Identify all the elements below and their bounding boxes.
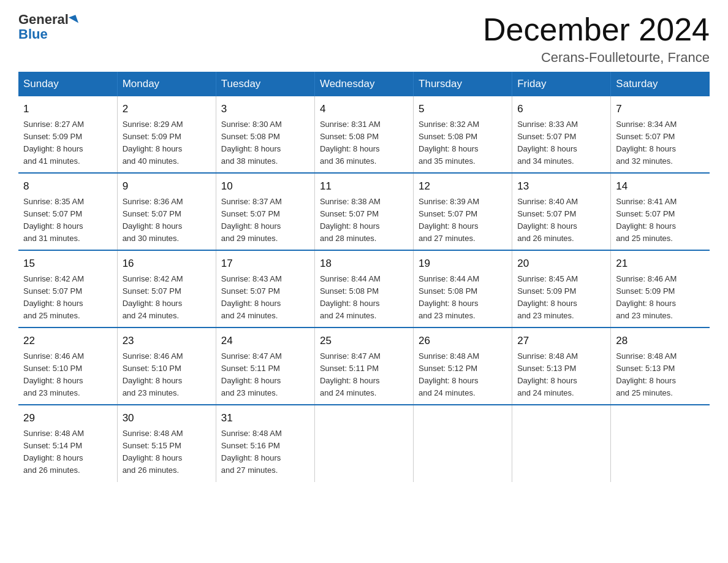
day-info: Sunrise: 8:27 AM Sunset: 5:09 PM Dayligh… [23, 118, 112, 168]
calendar-table: SundayMondayTuesdayWednesdayThursdayFrid… [18, 72, 710, 481]
calendar-cell: 3Sunrise: 8:30 AM Sunset: 5:08 PM Daylig… [216, 96, 314, 173]
day-info: Sunrise: 8:41 AM Sunset: 5:07 PM Dayligh… [616, 196, 705, 245]
day-info: Sunrise: 8:46 AM Sunset: 5:10 PM Dayligh… [23, 350, 112, 400]
logo-triangle-icon [69, 15, 78, 26]
calendar-cell: 10Sunrise: 8:37 AM Sunset: 5:07 PM Dayli… [216, 173, 314, 250]
header-day-thursday: Thursday [414, 72, 512, 96]
day-number: 18 [320, 256, 408, 272]
day-number: 21 [616, 256, 705, 272]
calendar-cell [414, 405, 512, 481]
calendar-cell [314, 405, 413, 481]
day-number: 10 [221, 178, 309, 194]
calendar-cell: 5Sunrise: 8:32 AM Sunset: 5:08 PM Daylig… [414, 96, 512, 173]
day-number: 15 [23, 256, 112, 272]
day-number: 5 [419, 101, 507, 117]
calendar-cell: 27Sunrise: 8:48 AM Sunset: 5:13 PM Dayli… [512, 327, 611, 405]
day-info: Sunrise: 8:47 AM Sunset: 5:11 PM Dayligh… [221, 350, 309, 400]
day-info: Sunrise: 8:48 AM Sunset: 5:13 PM Dayligh… [616, 350, 705, 400]
day-number: 26 [419, 333, 507, 349]
day-number: 24 [221, 333, 309, 349]
day-number: 25 [320, 333, 408, 349]
calendar-cell [512, 405, 611, 481]
day-info: Sunrise: 8:42 AM Sunset: 5:07 PM Dayligh… [23, 273, 112, 323]
calendar-cell: 18Sunrise: 8:44 AM Sunset: 5:08 PM Dayli… [314, 250, 413, 327]
day-info: Sunrise: 8:44 AM Sunset: 5:08 PM Dayligh… [320, 273, 408, 323]
day-info: Sunrise: 8:33 AM Sunset: 5:07 PM Dayligh… [517, 118, 605, 168]
calendar-cell: 30Sunrise: 8:48 AM Sunset: 5:15 PM Dayli… [117, 405, 216, 481]
calendar-cell: 23Sunrise: 8:46 AM Sunset: 5:10 PM Dayli… [117, 327, 216, 405]
header-day-sunday: Sunday [18, 72, 117, 96]
calendar-cell: 21Sunrise: 8:46 AM Sunset: 5:09 PM Dayli… [611, 250, 710, 327]
day-info: Sunrise: 8:38 AM Sunset: 5:07 PM Dayligh… [320, 196, 408, 245]
title-block: December 2024 Cerans-Foulletourte, Franc… [483, 12, 710, 66]
day-info: Sunrise: 8:48 AM Sunset: 5:14 PM Dayligh… [23, 427, 112, 477]
calendar-cell: 4Sunrise: 8:31 AM Sunset: 5:08 PM Daylig… [314, 96, 413, 173]
day-number: 31 [221, 410, 309, 426]
header-day-friday: Friday [512, 72, 611, 96]
day-info: Sunrise: 8:44 AM Sunset: 5:08 PM Dayligh… [419, 273, 507, 323]
calendar-cell: 9Sunrise: 8:36 AM Sunset: 5:07 PM Daylig… [117, 173, 216, 250]
month-title: December 2024 [483, 12, 710, 47]
calendar-cell: 31Sunrise: 8:48 AM Sunset: 5:16 PM Dayli… [216, 405, 314, 481]
calendar-cell: 6Sunrise: 8:33 AM Sunset: 5:07 PM Daylig… [512, 96, 611, 173]
day-info: Sunrise: 8:39 AM Sunset: 5:07 PM Dayligh… [419, 196, 507, 245]
calendar-cell: 24Sunrise: 8:47 AM Sunset: 5:11 PM Dayli… [216, 327, 314, 405]
day-info: Sunrise: 8:32 AM Sunset: 5:08 PM Dayligh… [419, 118, 507, 168]
day-info: Sunrise: 8:35 AM Sunset: 5:07 PM Dayligh… [23, 196, 112, 245]
calendar-cell: 13Sunrise: 8:40 AM Sunset: 5:07 PM Dayli… [512, 173, 611, 250]
calendar-cell: 20Sunrise: 8:45 AM Sunset: 5:09 PM Dayli… [512, 250, 611, 327]
location-label: Cerans-Foulletourte, France [483, 50, 710, 66]
day-number: 1 [23, 101, 112, 117]
header-day-monday: Monday [117, 72, 216, 96]
calendar-cell: 12Sunrise: 8:39 AM Sunset: 5:07 PM Dayli… [414, 173, 512, 250]
week-row-3: 15Sunrise: 8:42 AM Sunset: 5:07 PM Dayli… [18, 250, 710, 327]
day-info: Sunrise: 8:43 AM Sunset: 5:07 PM Dayligh… [221, 273, 309, 323]
day-info: Sunrise: 8:31 AM Sunset: 5:08 PM Dayligh… [320, 118, 408, 168]
page-header: General Blue December 2024 Cerans-Foulle… [18, 12, 710, 66]
calendar-body: 1Sunrise: 8:27 AM Sunset: 5:09 PM Daylig… [18, 96, 710, 481]
day-number: 8 [23, 178, 112, 194]
calendar-cell: 22Sunrise: 8:46 AM Sunset: 5:10 PM Dayli… [18, 327, 117, 405]
day-number: 3 [221, 101, 309, 117]
calendar-cell: 29Sunrise: 8:48 AM Sunset: 5:14 PM Dayli… [18, 405, 117, 481]
calendar-cell: 14Sunrise: 8:41 AM Sunset: 5:07 PM Dayli… [611, 173, 710, 250]
day-number: 22 [23, 333, 112, 349]
day-info: Sunrise: 8:36 AM Sunset: 5:07 PM Dayligh… [123, 196, 211, 245]
calendar-cell: 25Sunrise: 8:47 AM Sunset: 5:11 PM Dayli… [314, 327, 413, 405]
day-number: 27 [517, 333, 605, 349]
day-info: Sunrise: 8:46 AM Sunset: 5:10 PM Dayligh… [123, 350, 211, 400]
calendar-cell [611, 405, 710, 481]
calendar-cell: 28Sunrise: 8:48 AM Sunset: 5:13 PM Dayli… [611, 327, 710, 405]
day-info: Sunrise: 8:48 AM Sunset: 5:13 PM Dayligh… [517, 350, 605, 400]
day-info: Sunrise: 8:30 AM Sunset: 5:08 PM Dayligh… [221, 118, 309, 168]
day-number: 29 [23, 410, 112, 426]
day-number: 28 [616, 333, 705, 349]
day-info: Sunrise: 8:47 AM Sunset: 5:11 PM Dayligh… [320, 350, 408, 400]
calendar-cell: 26Sunrise: 8:48 AM Sunset: 5:12 PM Dayli… [414, 327, 512, 405]
calendar-cell: 19Sunrise: 8:44 AM Sunset: 5:08 PM Dayli… [414, 250, 512, 327]
day-number: 20 [517, 256, 605, 272]
day-info: Sunrise: 8:48 AM Sunset: 5:16 PM Dayligh… [221, 427, 309, 477]
day-number: 13 [517, 178, 605, 194]
day-info: Sunrise: 8:42 AM Sunset: 5:07 PM Dayligh… [123, 273, 211, 323]
day-info: Sunrise: 8:45 AM Sunset: 5:09 PM Dayligh… [517, 273, 605, 323]
week-row-1: 1Sunrise: 8:27 AM Sunset: 5:09 PM Daylig… [18, 96, 710, 173]
week-row-4: 22Sunrise: 8:46 AM Sunset: 5:10 PM Dayli… [18, 327, 710, 405]
day-number: 30 [123, 410, 211, 426]
calendar-cell: 15Sunrise: 8:42 AM Sunset: 5:07 PM Dayli… [18, 250, 117, 327]
day-number: 19 [419, 256, 507, 272]
day-info: Sunrise: 8:48 AM Sunset: 5:15 PM Dayligh… [123, 427, 211, 477]
calendar-cell: 7Sunrise: 8:34 AM Sunset: 5:07 PM Daylig… [611, 96, 710, 173]
calendar-cell: 1Sunrise: 8:27 AM Sunset: 5:09 PM Daylig… [18, 96, 117, 173]
day-number: 2 [123, 101, 211, 117]
day-number: 11 [320, 178, 408, 194]
day-info: Sunrise: 8:37 AM Sunset: 5:07 PM Dayligh… [221, 196, 309, 245]
day-number: 14 [616, 178, 705, 194]
day-number: 17 [221, 256, 309, 272]
header-day-saturday: Saturday [611, 72, 710, 96]
day-info: Sunrise: 8:40 AM Sunset: 5:07 PM Dayligh… [517, 196, 605, 245]
day-number: 23 [123, 333, 211, 349]
calendar-cell: 16Sunrise: 8:42 AM Sunset: 5:07 PM Dayli… [117, 250, 216, 327]
header-row: SundayMondayTuesdayWednesdayThursdayFrid… [18, 72, 710, 96]
day-info: Sunrise: 8:48 AM Sunset: 5:12 PM Dayligh… [419, 350, 507, 400]
